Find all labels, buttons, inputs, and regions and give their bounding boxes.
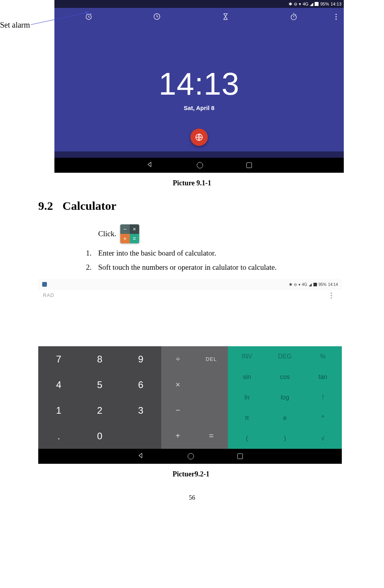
signal-icon: ◢ <box>309 282 312 287</box>
numpad: 7 8 9 4 5 6 1 2 3 . 0 <box>38 346 161 449</box>
key-sqrt[interactable]: √ <box>304 428 342 449</box>
step-3: Soft touch the numbers or operator in ca… <box>93 263 344 272</box>
ops-pad: ÷ DEL × − + = <box>161 346 228 449</box>
calc-icon-equals: = <box>130 234 139 243</box>
step-1: Click. − × + = <box>93 224 344 243</box>
bluetooth-icon: ✱ <box>289 282 292 287</box>
nav-back[interactable] <box>137 452 144 461</box>
calculator-app-icon: − × + = <box>120 224 139 243</box>
calc-overflow-menu[interactable] <box>325 293 337 299</box>
nav-recent[interactable] <box>237 454 243 459</box>
section-heading: 9.2Calculator <box>38 199 344 213</box>
calc-icon-times: × <box>130 224 139 234</box>
tab-clock[interactable] <box>123 8 192 25</box>
key-sin[interactable]: sin <box>228 367 266 387</box>
key-cos[interactable]: cos <box>266 367 304 387</box>
key-subtract[interactable]: − <box>161 398 195 423</box>
status-time: 14:13 <box>330 2 341 6</box>
clock-tabs <box>54 8 344 25</box>
world-clock-fab[interactable] <box>190 129 208 146</box>
nav-recent[interactable] <box>246 162 252 168</box>
battery-icon <box>313 283 317 286</box>
key-lparen[interactable]: ( <box>228 428 266 449</box>
dnd-icon: ⊖ <box>294 282 297 287</box>
calc-icon-plus: + <box>120 234 130 243</box>
calc-icon-minus: − <box>120 224 130 234</box>
clock-icon <box>153 13 161 21</box>
key-0[interactable]: 0 <box>79 423 120 449</box>
key-tan[interactable]: tan <box>304 367 342 387</box>
step-2: Enter into the basic board of calculator… <box>93 249 344 258</box>
nav-bar <box>54 158 344 173</box>
notification-icon <box>42 282 47 287</box>
calculator-screenshot: ✱ ⊖ ▾ 4G ◢ 95% 14:14 RAD 7 <box>38 279 342 464</box>
key-empty <box>120 423 161 449</box>
calc-mode-row: RAD <box>38 290 342 301</box>
key-9[interactable]: 9 <box>120 346 161 372</box>
tab-stopwatch[interactable] <box>260 8 328 25</box>
dnd-icon: ⊖ <box>294 2 297 7</box>
nav-home[interactable] <box>197 162 203 168</box>
key-log[interactable]: log <box>266 387 304 408</box>
nav-home[interactable] <box>188 453 194 459</box>
overflow-menu[interactable] <box>328 8 344 25</box>
annotation-label: Set alarm <box>0 21 30 30</box>
key-dot[interactable]: . <box>38 423 79 449</box>
steps-list: Click. − × + = Enter into the basic boar… <box>93 224 344 272</box>
svg-point-2 <box>291 15 296 20</box>
key-7[interactable]: 7 <box>38 346 79 372</box>
page-number: 56 <box>0 494 384 501</box>
key-1[interactable]: 1 <box>38 398 79 423</box>
caption-2: Pictuer9.2-1 <box>38 470 344 478</box>
section-number: 9.2 <box>38 199 53 212</box>
key-3[interactable]: 3 <box>120 398 161 423</box>
signal-text: 4G <box>302 282 307 287</box>
key-8[interactable]: 8 <box>79 346 120 372</box>
step-1-text: Click. <box>98 230 116 238</box>
tab-timer[interactable] <box>191 8 260 25</box>
clock-band <box>54 151 344 158</box>
key-e[interactable]: e <box>266 408 304 428</box>
nav-bar-2 <box>38 449 342 464</box>
key-blank1 <box>195 372 228 398</box>
key-divide[interactable]: ÷ <box>161 346 195 372</box>
key-pi[interactable]: π <box>228 408 266 428</box>
key-inv[interactable]: INV <box>228 346 266 367</box>
key-6[interactable]: 6 <box>120 372 161 398</box>
key-4[interactable]: 4 <box>38 372 79 398</box>
signal-icon: ◢ <box>310 2 313 7</box>
caption-1: Picture 9.1-1 <box>0 179 384 187</box>
key-equals[interactable]: = <box>195 423 228 449</box>
calc-display[interactable] <box>38 301 342 346</box>
calc-status-bar: ✱ ⊖ ▾ 4G ◢ 95% 14:14 <box>38 279 342 290</box>
menu-dots-icon <box>330 14 342 20</box>
key-deg[interactable]: DEG <box>266 346 304 367</box>
stopwatch-icon <box>290 13 298 21</box>
status-time: 14:14 <box>328 282 338 287</box>
key-rparen[interactable]: ) <box>266 428 304 449</box>
key-del[interactable]: DEL <box>195 346 228 372</box>
wifi-icon: ▾ <box>298 282 300 287</box>
back-icon <box>137 452 144 459</box>
battery-text: 95% <box>319 282 326 287</box>
clock-date: Sat, April 8 <box>184 105 214 111</box>
section-title: Calculator <box>63 199 117 212</box>
battery-text: 95% <box>320 2 329 6</box>
key-ln[interactable]: ln <box>228 387 266 408</box>
wifi-icon: ▾ <box>299 2 301 7</box>
bluetooth-icon: ✱ <box>289 2 292 7</box>
sci-pad: INV DEG % sin cos tan ln log ! π e ^ ( )… <box>228 346 342 449</box>
angle-mode[interactable]: RAD <box>43 293 54 298</box>
clock-screenshot: ✱ ⊖ ▾ 4G ◢ 95% 14:13 <box>54 0 344 173</box>
key-percent[interactable]: % <box>304 346 342 367</box>
key-5[interactable]: 5 <box>79 372 120 398</box>
key-pow[interactable]: ^ <box>304 408 342 428</box>
back-icon <box>146 161 153 168</box>
menu-dots-icon <box>325 293 337 299</box>
key-2[interactable]: 2 <box>79 398 120 423</box>
nav-back[interactable] <box>146 161 153 170</box>
key-add[interactable]: + <box>161 423 195 449</box>
globe-icon <box>195 133 203 142</box>
key-multiply[interactable]: × <box>161 372 195 398</box>
key-fact[interactable]: ! <box>304 387 342 408</box>
